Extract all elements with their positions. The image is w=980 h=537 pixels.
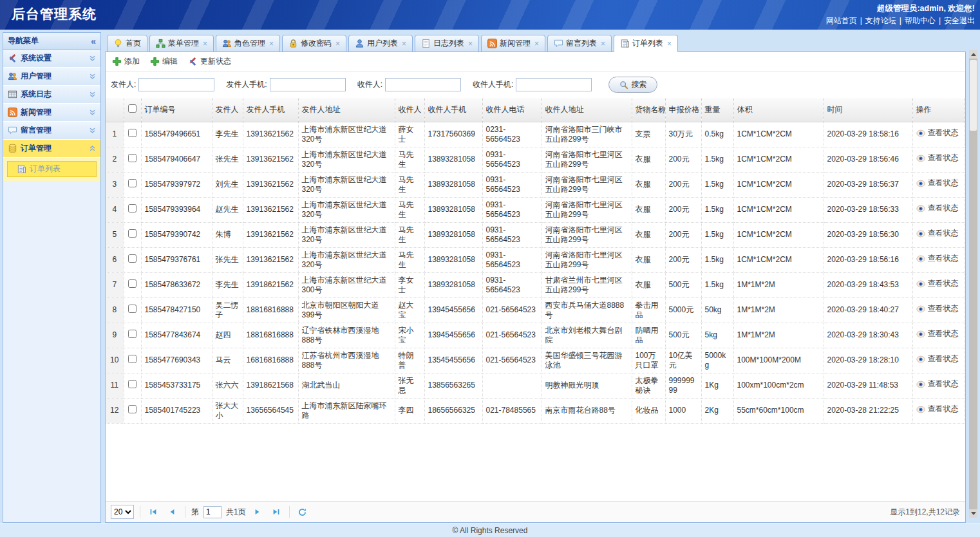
cell-sender-addr: 上海市浦东新区世纪大道300号 xyxy=(298,272,395,297)
tab-close-icon[interactable]: × xyxy=(534,39,539,48)
cell-receiver-tel: 021-56564523 xyxy=(482,348,542,373)
tab-home[interactable]: 首页 xyxy=(107,35,147,52)
chevron-double-down-icon xyxy=(89,91,96,98)
view-status-link[interactable]: 查看状态 xyxy=(916,354,959,364)
header-link-2[interactable]: 帮助中心 xyxy=(905,16,936,25)
sender-phone-input[interactable] xyxy=(270,78,346,91)
tab-user-list[interactable]: 用户列表× xyxy=(348,35,413,52)
tab-order-list-tab[interactable]: 订单列表× xyxy=(614,35,678,52)
view-status-link[interactable]: 查看状态 xyxy=(916,404,959,414)
row-checkbox[interactable] xyxy=(128,305,137,313)
cell-receiver: 马先生 xyxy=(395,172,424,197)
row-checkbox-cell xyxy=(124,323,141,348)
view-status-link[interactable]: 查看状态 xyxy=(916,279,959,288)
row-checkbox[interactable] xyxy=(128,179,137,187)
view-status-link[interactable]: 查看状态 xyxy=(916,254,959,263)
edit-button[interactable]: 编辑 xyxy=(150,56,178,67)
table-row: 71585478633672李先生13918621562上海市浦东新区世纪大道3… xyxy=(106,272,965,297)
sidebar-item-order-mgmt[interactable]: 订单管理 xyxy=(3,140,100,158)
vertical-scrollbar[interactable] xyxy=(969,50,977,518)
tab-message-list[interactable]: 留言列表× xyxy=(547,35,612,52)
tab-close-icon[interactable]: × xyxy=(203,39,207,48)
sidebar-item-news-mgmt[interactable]: 新闻管理 xyxy=(3,104,100,122)
receiver-phone-input[interactable] xyxy=(516,78,592,91)
cell-volume: 1CM*1CM*2CM xyxy=(733,147,824,172)
row-checkbox[interactable] xyxy=(128,279,137,288)
cell-time: 2020-03-29 18:40:27 xyxy=(824,297,912,323)
sender-input[interactable] xyxy=(138,78,214,91)
tab-close-icon[interactable]: × xyxy=(601,39,605,48)
row-checkbox[interactable] xyxy=(128,204,137,212)
view-status-link[interactable]: 查看状态 xyxy=(916,178,959,188)
add-button[interactable]: 添加 xyxy=(112,56,140,67)
table-row: 11585479496651李先生13913621562上海市浦东新区世纪大道3… xyxy=(106,122,965,147)
view-status-link[interactable]: 查看状态 xyxy=(916,329,959,339)
select-all-checkbox[interactable] xyxy=(128,104,137,113)
view-status-link[interactable]: 查看状态 xyxy=(916,379,959,389)
cell-sender: 李先生 xyxy=(212,122,243,147)
row-checkbox[interactable] xyxy=(128,355,137,363)
row-checkbox[interactable] xyxy=(128,229,137,238)
view-status-link[interactable]: 查看状态 xyxy=(916,153,959,163)
view-status-link[interactable]: 查看状态 xyxy=(916,203,959,213)
sidebar-subitem-order-list[interactable]: 订单列表 xyxy=(7,161,97,177)
sidebar-item-message-mgmt[interactable]: 留言管理 xyxy=(3,122,100,140)
sidebar-item-user-mgmt[interactable]: 用户管理 xyxy=(3,68,100,86)
cell-action: 查看状态 xyxy=(912,398,965,423)
view-status-icon xyxy=(916,380,925,389)
cell-goods: 100万只口罩 xyxy=(632,348,665,373)
first-page-button[interactable] xyxy=(146,505,160,519)
page-size-select[interactable]: 20 xyxy=(111,505,134,519)
row-checkbox[interactable] xyxy=(128,405,137,413)
view-status-link[interactable]: 查看状态 xyxy=(916,128,959,138)
cell-price: 200元 xyxy=(665,222,701,247)
row-checkbox[interactable] xyxy=(128,254,137,263)
cell-weight: 5000kg xyxy=(701,348,733,373)
cell-sender-phone: 18816816888 xyxy=(243,323,298,348)
view-status-icon xyxy=(916,154,925,163)
view-status-link[interactable]: 查看状态 xyxy=(916,229,959,238)
tab-change-password[interactable]: 修改密码× xyxy=(282,35,346,52)
search-button[interactable]: 搜索 xyxy=(608,77,657,93)
tab-close-icon[interactable]: × xyxy=(402,39,406,48)
cell-time: 2020-03-29 18:56:30 xyxy=(824,222,912,247)
scroll-up-arrow[interactable] xyxy=(969,50,977,59)
row-checkbox[interactable] xyxy=(128,154,137,162)
header-link-1[interactable]: 支持论坛 xyxy=(865,16,896,25)
tab-news-mgmt-tab[interactable]: 新闻管理× xyxy=(481,35,545,52)
sidebar-title: 导航菜单 xyxy=(8,35,39,46)
row-checkbox[interactable] xyxy=(128,330,137,338)
sidebar-collapse-icon[interactable]: « xyxy=(91,37,96,46)
refresh-button[interactable] xyxy=(296,505,310,519)
next-page-button[interactable] xyxy=(250,505,265,519)
scrollbar-thumb[interactable] xyxy=(970,60,977,131)
update-status-button[interactable]: 更新状态 xyxy=(188,56,231,67)
toolbar-button-label: 编辑 xyxy=(162,56,178,67)
cell-volume: 100xm*100cm*2cm xyxy=(733,373,824,398)
prev-page-button[interactable] xyxy=(165,505,179,519)
scroll-down-arrow[interactable] xyxy=(969,509,977,518)
header-link-3[interactable]: 安全退出 xyxy=(944,16,975,25)
header-link-0[interactable]: 网站首页 xyxy=(826,16,857,25)
cell-receiver-phone: 18656566325 xyxy=(424,398,482,423)
cell-sender-addr: 北京市朝阳区朝阳大道399号 xyxy=(298,297,395,323)
tab-log-list[interactable]: 日志列表× xyxy=(415,35,479,52)
view-status-icon xyxy=(916,330,925,339)
sidebar-item-system-log[interactable]: 系统日志 xyxy=(3,86,100,104)
row-number: 8 xyxy=(106,297,124,323)
tab-role-mgmt[interactable]: 角色管理× xyxy=(216,35,280,52)
sidebar-item-system-settings[interactable]: 系统设置 xyxy=(3,50,100,68)
receiver-input[interactable] xyxy=(385,78,461,91)
tab-close-icon[interactable]: × xyxy=(468,39,473,48)
tab-close-icon[interactable]: × xyxy=(335,39,340,48)
row-checkbox[interactable] xyxy=(128,380,137,388)
tab-menu-mgmt[interactable]: 菜单管理× xyxy=(149,35,214,52)
sidebar-item-label: 订单管理 xyxy=(21,143,52,154)
tab-close-icon[interactable]: × xyxy=(269,39,274,48)
cell-goods: 拳击用品 xyxy=(632,297,665,323)
last-page-button[interactable] xyxy=(269,505,283,519)
tab-close-icon[interactable]: × xyxy=(667,39,672,48)
page-number-input[interactable] xyxy=(203,506,221,518)
view-status-link[interactable]: 查看状态 xyxy=(916,304,959,314)
row-checkbox[interactable] xyxy=(128,129,137,137)
